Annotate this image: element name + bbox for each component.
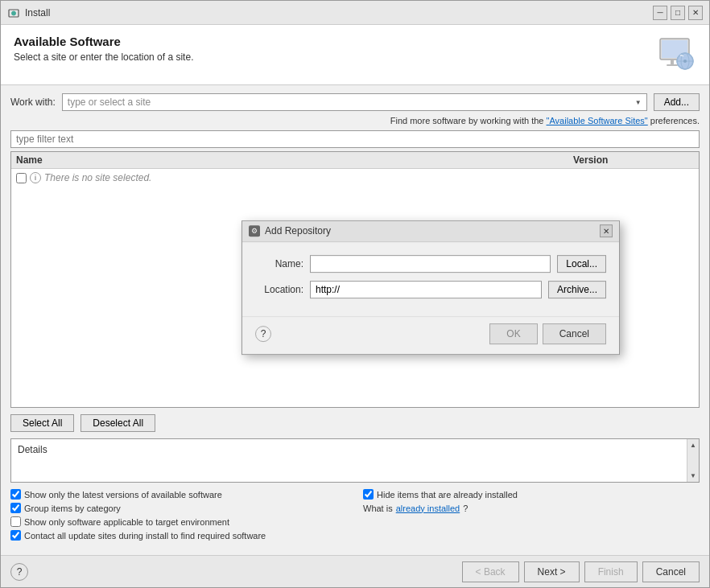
dialog-location-label: Location: xyxy=(255,284,303,295)
dialog-content: Name: Local... Location: http:// Archive… xyxy=(242,242,619,316)
dialog-location-row: Location: http:// Archive... xyxy=(255,281,606,298)
main-window: Install ─ □ ✕ Available Software Select … xyxy=(0,0,710,588)
dialog-local-button[interactable]: Local... xyxy=(557,255,606,273)
dialog-help-button[interactable]: ? xyxy=(255,326,271,342)
dialog-name-row: Name: Local... xyxy=(255,255,606,273)
dialog-name-input[interactable] xyxy=(310,255,551,273)
dialog-name-label: Name: xyxy=(255,258,303,269)
add-repository-dialog: ⚙ Add Repository ✕ Name: Local... Locati… xyxy=(241,220,620,355)
dialog-title-bar: ⚙ Add Repository ✕ xyxy=(242,221,619,242)
dialog-action-buttons: OK Cancel xyxy=(489,323,606,344)
dialog-close-button[interactable]: ✕ xyxy=(600,224,613,237)
dialog-archive-button[interactable]: Archive... xyxy=(548,281,606,298)
dialog-title: Add Repository xyxy=(265,225,600,236)
dialog-cancel-button[interactable]: Cancel xyxy=(543,323,606,344)
dialog-icon: ⚙ xyxy=(249,225,260,236)
dialog-location-input[interactable]: http:// xyxy=(310,281,542,298)
dialog-footer: ? OK Cancel xyxy=(242,316,619,354)
dialog-ok-button[interactable]: OK xyxy=(489,323,537,344)
